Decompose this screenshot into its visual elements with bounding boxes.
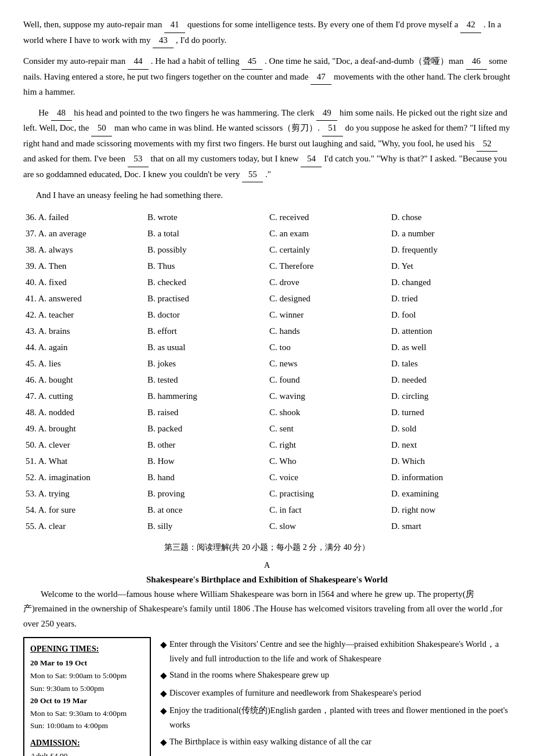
blank-43: 43 [153,33,174,49]
mcq-cell: D. needed [389,372,511,388]
passage-line1d: , I'd do poorly. [176,35,226,45]
table-row: 37. A. an averageB. a totalC. an examD. … [23,225,511,242]
table-row: 51. A. WhatB. HowC. WhoD. Which [23,453,511,469]
mcq-table: 36. A. failedB. wroteC. receivedD. chose… [23,209,511,534]
table-row: 52. A. imaginationB. handC. voiceD. info… [23,469,511,485]
bullet-item: ◆Enjoy the traditional(传统的)English garde… [160,703,511,732]
mcq-cell: C. drove [267,274,389,290]
mcq-cell: C. news [267,355,389,372]
indent-space [23,108,37,117]
mcq-cell: C. winner [267,307,389,323]
mcq-cell: B. How [145,453,267,469]
passage-line3d: man who came in was blind. He wanted sci… [114,123,320,132]
mcq-cell: D. fool [389,307,511,323]
blank-52: 52 [477,136,497,152]
blank-51: 51 [322,121,343,136]
mcq-cell: 48. A. nodded [23,404,145,420]
info-box: OPENING TIMES: 20 Mar to 19 Oct Mon to S… [23,637,151,756]
opening-times-label: OPENING TIMES: [30,643,144,656]
mcq-cell: D. Which [389,453,511,469]
table-row: 50. A. cleverB. otherC. rightD. next [23,437,511,453]
table-row: 47. A. cuttingB. hammeringC. wavingD. ci… [23,388,511,404]
mcq-cell: D. examining [389,485,511,502]
mcq-cell: B. doctor [145,307,267,323]
bullet-diamond-icon: ◆ [160,638,167,653]
blank-53: 53 [128,152,149,167]
mcq-cell: C. certainly [267,242,389,258]
mcq-cell: B. effort [145,323,267,339]
passage-line3i: ." [265,170,271,179]
passage-line2c: . One time he said, "Doc, a deaf-and-dum… [265,56,464,66]
mcq-cell: B. raised [145,404,267,420]
mcq-cell: C. in fact [267,502,389,518]
mcq-cell: 53. A. trying [23,485,145,502]
mcq-cell: 55. A. clear [23,518,145,534]
passage-line1: Well, then, suppose my auto-repair man [23,20,162,29]
bullet-item: ◆The Birthplace is within easy walking d… [160,735,511,750]
and-line-text [23,190,36,200]
bullet-text: Discover examples of furniture and needl… [169,686,421,700]
period1-date: 20 Mar to 19 Oct [30,657,144,669]
blank-45: 45 [241,54,262,70]
passage-line3f: and asked for them. I've been [23,154,125,163]
mcq-cell: C. practising [267,485,389,502]
and-line: And I have an uneasy feeling he had some… [23,188,511,203]
mcq-cell: 37. A. an average [23,225,145,242]
mcq-cell: C. voice [267,469,389,485]
blank-42: 42 [460,17,481,33]
mcq-cell: D. information [389,469,511,485]
bullet-text: The Birthplace is within easy walking di… [169,735,371,749]
mcq-cell: B. hand [145,469,267,485]
blank-50: 50 [91,121,112,136]
passage-line2: Consider my auto-repair man [23,56,125,66]
bullet-diamond-icon: ◆ [160,704,167,719]
mcq-cell: B. packed [145,420,267,437]
bullet-item: ◆Stand in the rooms where Shakespeare gr… [160,668,511,683]
mcq-cell: B. a total [145,225,267,242]
table-row: 49. A. broughtB. packedC. sentD. sold [23,420,511,437]
mcq-cell: 42. A. teacher [23,307,145,323]
passage-line3b: his head and pointed to the two fingers … [74,108,314,117]
mcq-cell: B. silly [145,518,267,534]
mcq-cell: 46. A. bought [23,372,145,388]
mcq-cell: B. other [145,437,267,453]
mcq-cell: 38. A. always [23,242,145,258]
mcq-cell: 40. A. fixed [23,274,145,290]
mcq-cell: C. Who [267,453,389,469]
mcq-cell: B. jokes [145,355,267,372]
mcq-cell: 51. A. What [23,453,145,469]
table-row: 55. A. clearB. sillyC. slowD. smart [23,518,511,534]
table-row: 48. A. noddedB. raisedC. shookD. turned [23,404,511,420]
mcq-section: 36. A. failedB. wroteC. receivedD. chose… [23,209,511,534]
bullet-diamond-icon: ◆ [160,668,167,683]
table-row: 44. A. againB. as usualC. tooD. as well [23,339,511,355]
mcq-cell: 54. A. for sure [23,502,145,518]
mcq-cell: C. right [267,437,389,453]
period2-sunday: Sun: 10:00am to 4:00pm [30,719,144,732]
reading-title: Shakespeare's Birthplace and Exhibition … [23,575,511,585]
period1-weekday: Mon to Sat: 9:00am to 5:00pm [30,669,144,682]
bullet-diamond-icon: ◆ [160,735,167,750]
passage-line2b: . He had a habit of telling [151,56,240,66]
table-row: 43. A. brainsB. effortC. handsD. attenti… [23,323,511,339]
table-row: 42. A. teacherB. doctorC. winnerD. fool [23,307,511,323]
bullet-diamond-icon: ◆ [160,686,167,701]
mcq-cell: B. at once [145,502,267,518]
table-row: 46. A. boughtB. testedC. foundD. needed [23,372,511,388]
passage-line3: He [38,108,49,117]
mcq-cell: D. changed [389,274,511,290]
blank-46: 46 [466,54,487,70]
period2-date: 20 Oct to 19 Mar [30,694,144,707]
table-row: 40. A. fixedB. checkedC. droveD. changed [23,274,511,290]
mcq-cell: B. wrote [145,209,267,225]
passage-text: Well, then, suppose my auto-repair man 4… [23,17,511,48]
bullet-item: ◆Discover examples of furniture and need… [160,686,511,701]
mcq-cell: 39. A. Then [23,258,145,274]
blank-49: 49 [316,106,337,121]
section3-header: 第三题：阅读理解(共 20 小题；每小题 2 分，满分 40 分） [23,542,511,553]
blank-54: 54 [301,152,322,167]
mcq-cell: 47. A. cutting [23,388,145,404]
mcq-cell: C. slow [267,518,389,534]
mcq-cell: B. Thus [145,258,267,274]
mcq-cell: 49. A. brought [23,420,145,437]
